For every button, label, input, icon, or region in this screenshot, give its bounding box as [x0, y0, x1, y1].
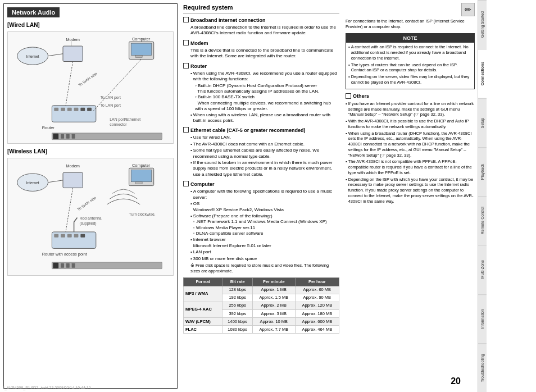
table-row: MP3 / WMA 128 kbps Approx. 1 MB Approx. … [184, 286, 339, 294]
svg-text:Computer: Computer [132, 163, 151, 168]
svg-text:To WAN side: To WAN side [76, 195, 97, 211]
req-broadband-body: A broadband line connection to the Inter… [183, 25, 339, 37]
table-header-format: Format [184, 277, 222, 286]
perhour-1: Approx. 60 MB [295, 286, 339, 294]
req-ethernet-body: •Use for wired LAN. •The AVR-4308CI does… [183, 135, 339, 177]
checkbox-icon-ethernet [183, 127, 189, 133]
svg-text:LAN port/Ethernet: LAN port/Ethernet [110, 117, 140, 122]
req-computer-heading: Computer [190, 181, 215, 188]
sidebar-item-troubleshooting[interactable]: Troubleshooting [478, 343, 487, 392]
table-header-bitrate: Bit rate [222, 277, 253, 286]
svg-rect-7 [135, 56, 142, 58]
svg-rect-49 [80, 234, 85, 238]
right-panel: ✏ For connections to the Internet, conta… [343, 0, 478, 392]
table-row: MPEG-4 AAC 256 kbps Approx. 2 MB Approx.… [184, 302, 339, 309]
wired-lan-diagram: Internet Modem Computer Router [7, 31, 174, 144]
req-router-body: •When using the AVR-4308CI, we recommend… [183, 71, 339, 124]
svg-rect-54 [53, 263, 58, 268]
table-header-permin: Per minute [252, 277, 295, 286]
svg-line-50 [66, 188, 73, 232]
sidebar-item-multi-zone[interactable]: Multi-Zone [478, 245, 487, 294]
sidebar-item-getting-started[interactable]: Getting Started [478, 0, 487, 49]
svg-rect-57 [72, 263, 75, 268]
svg-rect-27 [61, 134, 64, 139]
svg-rect-14 [67, 108, 72, 111]
svg-rect-26 [53, 134, 58, 139]
side-nav: Getting Started Connections Setup Playba… [478, 0, 487, 392]
format-flac: FLAC [184, 326, 222, 334]
svg-rect-2 [63, 46, 83, 61]
sidebar-item-connections[interactable]: Connections [478, 49, 487, 98]
req-broadband: Broadband Internet connection A broadban… [183, 17, 339, 37]
req-router: Router •When using the AVR-4308CI, we re… [183, 63, 339, 124]
svg-text:Turn clockwise.: Turn clockwise. [129, 212, 156, 216]
left-panel: Network Audio [Wired LAN] Internet Modem… [3, 3, 178, 389]
sidebar-item-setup[interactable]: Setup [478, 98, 487, 147]
svg-rect-35 [131, 170, 152, 182]
page-number: 20 [451, 375, 461, 388]
req-ethernet-heading: Ethernet cable (CAT-5 or greater recomme… [190, 127, 305, 134]
others-section: Others •If you have an Internet provider… [346, 93, 475, 204]
req-ethernet: Ethernet cable (CAT-5 or greater recomme… [183, 127, 339, 177]
format-wav: WAV (LPCM) [184, 318, 222, 326]
table-header-perhour: Per hour [295, 277, 339, 286]
others-heading-text: Others [353, 93, 369, 99]
bitrate-1: 128 kbps [222, 286, 253, 294]
others-body: •If you have an Internet provider contra… [346, 101, 475, 204]
note-bullet-1: •A contract with an ISP is required to c… [348, 44, 472, 61]
svg-rect-6 [131, 43, 152, 56]
svg-line-18 [66, 61, 73, 105]
svg-text:Router with access point: Router with access point [42, 252, 87, 257]
sidebar-item-information[interactable]: Information [478, 294, 487, 343]
svg-rect-45 [54, 234, 58, 238]
svg-text:(supplied): (supplied) [79, 221, 96, 226]
svg-rect-13 [61, 108, 65, 111]
svg-rect-55 [61, 263, 64, 268]
wireless-lan-diagram: Internet Modem Computer Rod antenna (sup… [7, 158, 174, 276]
table-row: FLAC 1080 kbps Approx. 7.7 MB Approx. 46… [184, 326, 339, 334]
svg-text:Internet: Internet [26, 181, 39, 185]
svg-rect-16 [80, 108, 85, 111]
checkbox-icon-modem [183, 40, 189, 45]
svg-text:connector: connector [110, 122, 127, 126]
wired-lan-heading: [Wired LAN] [7, 22, 174, 28]
pencil-icon: ✏ [461, 3, 475, 16]
table-row: WAV (LPCM) 1400 kbps Approx. 10 MB Appro… [184, 318, 339, 326]
checkbox-icon-router [183, 63, 189, 69]
svg-rect-29 [72, 134, 75, 139]
svg-text:Computer: Computer [132, 37, 151, 42]
note-title: NOTE [346, 34, 474, 43]
req-computer: Computer •A computer with the following … [183, 181, 339, 274]
sidebar-item-playback[interactable]: Playback [478, 147, 487, 196]
note-box: NOTE •A contract with an ISP is required… [346, 33, 475, 89]
svg-rect-39 [52, 232, 96, 248]
svg-text:To LAN port: To LAN port [101, 103, 121, 108]
svg-line-38 [48, 180, 63, 183]
req-modem-body: This is a device that is connected to th… [183, 48, 339, 60]
required-system-title: Required system [183, 3, 339, 13]
format-table: Format Bit rate Per minute Per hour MP3 … [183, 277, 339, 334]
svg-rect-36 [135, 182, 142, 184]
format-mpeg4aac: MPEG-4 AAC [184, 302, 222, 317]
svg-rect-32 [63, 172, 83, 188]
checkbox-icon-others [346, 93, 351, 99]
svg-rect-46 [61, 234, 65, 238]
svg-text:To WAN side: To WAN side [78, 71, 98, 87]
checkbox-icon [183, 17, 189, 22]
svg-rect-15 [74, 108, 79, 111]
req-modem-heading: Modem [190, 40, 208, 47]
svg-rect-47 [67, 234, 72, 238]
svg-text:Modem: Modem [66, 163, 80, 168]
svg-line-9 [48, 54, 63, 56]
svg-rect-56 [66, 263, 70, 268]
svg-text:Router: Router [42, 125, 55, 130]
permin-1: Approx. 1 MB [252, 286, 295, 294]
svg-rect-48 [74, 234, 79, 238]
sidebar-item-remote-control[interactable]: Remote Control [478, 196, 487, 245]
req-router-heading: Router [190, 63, 207, 70]
note-body: •A contract with an ISP is required to c… [348, 44, 472, 85]
note-bullet-2: •The types of routers that can be used d… [348, 62, 472, 74]
req-modem: Modem This is a device that is connected… [183, 40, 339, 60]
network-audio-title: Network Audio [7, 7, 60, 17]
svg-rect-12 [54, 108, 58, 111]
